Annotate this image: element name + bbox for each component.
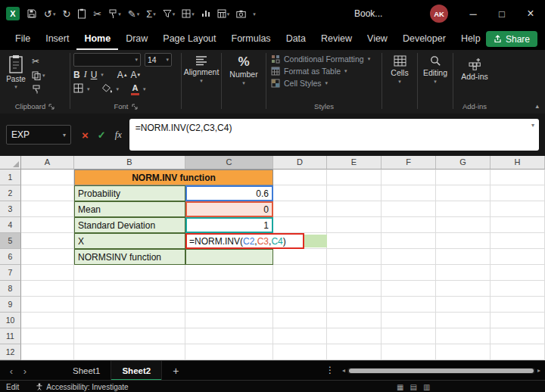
clipboard-dialog-launcher[interactable]: [48, 104, 54, 110]
undo-icon[interactable]: ↺▾: [44, 9, 55, 19]
menu-tab-help[interactable]: Help: [453, 27, 488, 50]
paste-dropdown-icon[interactable]: ▾: [14, 84, 17, 90]
increase-font-button[interactable]: A▴: [117, 70, 127, 80]
number-button[interactable]: % Number ▾: [222, 50, 266, 86]
scroll-right-icon[interactable]: ▸: [537, 367, 540, 375]
copy-button[interactable]: ▾: [32, 71, 45, 80]
titlebar: X ↺▾ ↻ ✂ ▾ ✎▾ Σ▾ ▾ ▾: [0, 0, 545, 27]
format-painter-icon[interactable]: ▾: [108, 9, 121, 19]
font-dialog-launcher[interactable]: [132, 104, 138, 110]
horizontal-scrollbar[interactable]: ◂ ▸: [342, 367, 540, 375]
normal-view-icon[interactable]: ▦: [397, 383, 403, 391]
bold-button[interactable]: B: [73, 70, 80, 80]
menu-tab-review[interactable]: Review: [313, 27, 360, 50]
filter-icon[interactable]: ▾: [163, 9, 176, 18]
conditional-formatting-button[interactable]: Conditional Formatting ▾: [271, 54, 382, 64]
share-button[interactable]: Share: [486, 31, 537, 47]
autosum-icon[interactable]: Σ▾: [146, 9, 156, 19]
cell-B1-title[interactable]: NORM.INV function: [74, 170, 273, 185]
name-box-dropdown-icon[interactable]: ▾: [63, 132, 66, 138]
font-color-button[interactable]: A: [131, 84, 139, 95]
accessibility-status[interactable]: Accessibility: Investigate: [36, 383, 128, 391]
font-size-combobox[interactable]: 14▾: [145, 53, 172, 67]
underline-dropdown-icon[interactable]: ▾: [101, 72, 104, 78]
cell-C4-value[interactable]: 1: [185, 217, 273, 233]
menu-tab-page-layout[interactable]: Page Layout: [155, 27, 223, 50]
cells-icon: [394, 55, 406, 67]
cell-C5-formula[interactable]: =NORM.INV(C2,C3,C4): [185, 233, 304, 249]
account-avatar[interactable]: AK: [430, 5, 448, 23]
menu-tab-file[interactable]: File: [8, 27, 38, 50]
clipboard-icon[interactable]: [77, 8, 86, 19]
camera-icon[interactable]: [236, 10, 246, 18]
qat-overflow-icon[interactable]: ▾: [253, 11, 256, 17]
name-box-value: EXP: [11, 129, 30, 140]
name-box[interactable]: EXP ▾: [6, 125, 71, 145]
cell-C3-value[interactable]: 0: [185, 201, 273, 217]
paste-button[interactable]: Paste ▾: [0, 53, 32, 101]
page-layout-view-icon[interactable]: ▤: [410, 383, 416, 391]
add-sheet-button[interactable]: +: [173, 365, 179, 377]
sheet-tab-sheet2[interactable]: Sheet2: [111, 361, 162, 381]
italic-button[interactable]: I: [84, 69, 87, 80]
menu-tab-home[interactable]: Home: [76, 27, 118, 50]
cell-B2-label[interactable]: Probability: [74, 185, 185, 201]
format-as-table-button[interactable]: Format as Table ▾: [271, 67, 382, 76]
draw-pen-icon[interactable]: ✎▾: [128, 9, 139, 19]
menu-tab-draw[interactable]: Draw: [118, 27, 155, 50]
formula-input[interactable]: =NORM.INV(C2,C3,C4) ▾: [129, 119, 539, 151]
menu-tab-developer[interactable]: Developer: [395, 27, 453, 50]
menu-tab-view[interactable]: View: [360, 27, 395, 50]
sheet-tab-sheet1[interactable]: Sheet1: [62, 361, 111, 381]
decrease-font-button[interactable]: A▾: [130, 70, 140, 80]
formula-bar-expand-icon[interactable]: ▾: [531, 122, 534, 129]
redo-icon[interactable]: ↻: [62, 9, 70, 19]
excel-window: X ↺▾ ↻ ✂ ▾ ✎▾ Σ▾ ▾ ▾: [0, 0, 545, 392]
scrollbar-thumb[interactable]: [349, 369, 534, 373]
alignment-button[interactable]: Alignment ▾: [182, 50, 221, 84]
collapse-ribbon-icon[interactable]: ▴: [535, 102, 539, 110]
quick-access-toolbar: X ↺▾ ↻ ✂ ▾ ✎▾ Σ▾ ▾ ▾: [0, 7, 256, 20]
save-icon[interactable]: [26, 8, 37, 19]
excel-logo-icon[interactable]: X: [6, 7, 20, 20]
menubar: FileInsertHomeDrawPage LayoutFormulasDat…: [0, 27, 545, 50]
borders-icon[interactable]: ▾: [182, 9, 195, 18]
cut-icon[interactable]: ✂: [93, 9, 101, 19]
worksheet-grid: ABCDEFGH123456789101112 NORM.INV functio…: [0, 156, 545, 360]
number-group: % Number ▾: [222, 50, 266, 114]
cells-button[interactable]: Cells ▾: [382, 50, 417, 85]
cell-C6[interactable]: [185, 249, 273, 265]
close-button[interactable]: ×: [516, 0, 545, 27]
sheet-nav-right-icon[interactable]: ›: [18, 366, 32, 377]
cell-B6-label[interactable]: NORMSINV function: [74, 249, 185, 265]
fill-color-button[interactable]: [102, 82, 113, 96]
cell-B3-label[interactable]: Mean: [74, 201, 185, 217]
menu-tab-formulas[interactable]: Formulas: [224, 27, 279, 50]
insert-function-icon[interactable]: fx: [115, 129, 122, 141]
page-break-view-icon[interactable]: ▥: [423, 383, 430, 391]
cell-styles-button[interactable]: Cell Styles ▾: [271, 79, 382, 88]
editing-group: Editing ▾: [418, 50, 453, 114]
maximize-button[interactable]: □: [487, 0, 516, 27]
underline-button[interactable]: U: [91, 70, 98, 80]
font-name-combobox[interactable]: ▾: [73, 53, 141, 67]
cut-button[interactable]: ✂: [32, 56, 45, 67]
cancel-icon[interactable]: ×: [82, 129, 89, 142]
menu-tab-insert[interactable]: Insert: [38, 27, 76, 50]
table-icon[interactable]: ▾: [217, 9, 230, 18]
cell-B5-label[interactable]: X: [74, 233, 185, 249]
editing-button[interactable]: Editing ▾: [418, 50, 453, 85]
sheet-options-kebab-icon[interactable]: ⋮: [325, 365, 335, 375]
cell-B4-label[interactable]: Standard Deviation: [74, 217, 185, 233]
cell-C2-value[interactable]: 0.6: [185, 185, 273, 201]
format-painter-button[interactable]: [32, 85, 45, 94]
minimize-button[interactable]: ─: [459, 0, 487, 27]
document-title: Book...: [354, 0, 382, 27]
enter-icon[interactable]: ✓: [98, 129, 106, 141]
chart-icon[interactable]: [201, 9, 210, 18]
borders-button[interactable]: [73, 82, 83, 96]
addins-button[interactable]: Add-ins: [461, 53, 488, 101]
menu-tab-data[interactable]: Data: [279, 27, 313, 50]
sheet-nav-left-icon[interactable]: ‹: [5, 366, 18, 377]
scroll-left-icon[interactable]: ◂: [342, 367, 345, 375]
